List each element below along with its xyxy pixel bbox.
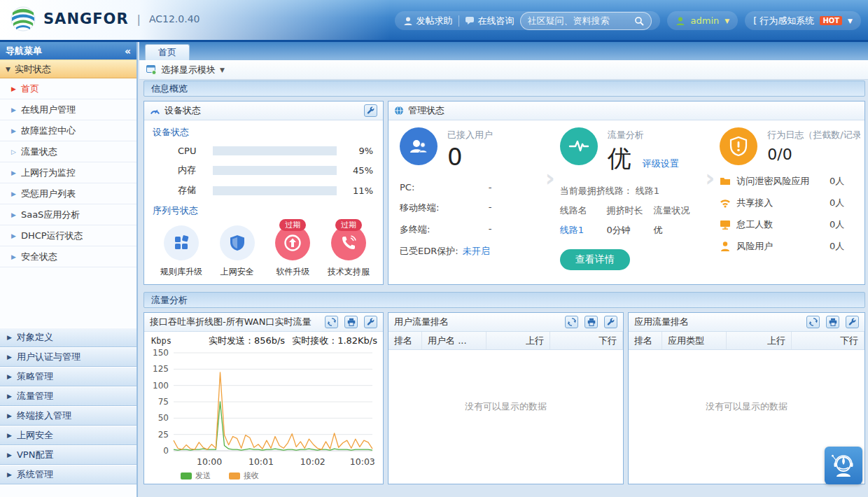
user-traffic-rank-panel: 用户流量排名 排名 用户名 ... 上行 下行 没有可以显示的数据 xyxy=(388,312,624,484)
module-select-button[interactable]: 选择显示模块 xyxy=(161,64,216,76)
user-rank-title: 用户流量排名 xyxy=(394,316,559,328)
serial-software-upgrade[interactable]: 过期 软件升级 xyxy=(265,225,320,278)
mgmt-status-panel: 管理状态 已接入用户 0 xyxy=(388,101,865,285)
view-details-button[interactable]: 查看详情 xyxy=(560,249,630,270)
settings-wrench-button[interactable] xyxy=(364,104,377,117)
behavior-log-label: 行为日志（拦截数/记录数 xyxy=(767,129,860,141)
sidebar-section-policy[interactable]: ▶策略管理 xyxy=(0,367,136,386)
leak-risk-app-row: 访问泄密风险应用 0人 xyxy=(720,175,860,188)
settings-wrench-button[interactable] xyxy=(604,316,617,328)
sidebar-item-dhcp-status[interactable]: ▶DHCP运行状态 xyxy=(0,225,136,246)
chat-icon xyxy=(465,16,475,25)
sidebar-section-vpn-config[interactable]: ▶VPN配置 xyxy=(0,445,136,465)
search-input[interactable] xyxy=(528,15,630,26)
chevron-right-icon: ▶ xyxy=(7,471,12,478)
line1-link[interactable]: 线路1 xyxy=(560,225,584,235)
system-entry-label: [ 行为感知系统 xyxy=(753,15,814,27)
sidebar-item-traffic-status[interactable]: ▷流量状态 xyxy=(0,141,136,162)
sidebar-section-traffic-mgmt[interactable]: ▶流量管理 xyxy=(0,386,136,406)
sidebar-item-security-status[interactable]: ▶安全状态 xyxy=(0,246,136,267)
sidebar-item-saas-analysis[interactable]: ▶SaaS应用分析 xyxy=(0,204,136,225)
post-help-button[interactable]: 发帖求助 xyxy=(403,15,453,27)
chevron-right-icon: ▶ xyxy=(11,106,16,113)
rating-settings-link[interactable]: 评级设置 xyxy=(643,158,679,170)
chart-legend: 发送 接收 xyxy=(144,470,383,481)
sidebar-section-system-mgmt[interactable]: ▶系统管理 xyxy=(0,465,136,484)
chevron-right-icon: ▶ xyxy=(11,211,16,218)
sidebar-collapse-button[interactable]: « xyxy=(125,46,131,57)
gauge-icon xyxy=(150,106,160,115)
realtime-recv-stat: 实时接收：1.82Kb/s xyxy=(292,335,377,347)
monitor-icon xyxy=(720,219,731,230)
edr-not-enabled-link[interactable]: 未开启 xyxy=(463,245,490,258)
wifi-icon xyxy=(720,197,731,209)
top-header: SANGFOR | AC12.0.40 发帖求助 在线咨询 admin ▼ xyxy=(0,0,868,42)
sidebar-section-user-auth[interactable]: ▶用户认证与管理 xyxy=(0,347,136,367)
users-icon xyxy=(400,127,438,165)
chevron-right-icon: ▶ xyxy=(11,85,16,92)
legend-recv: 接收 xyxy=(229,470,259,481)
module-toolbar: 选择显示模块 ▼ xyxy=(139,61,868,80)
chevron-right-icon: ▶ xyxy=(7,354,12,360)
traffic-analysis-label: 流量分析 xyxy=(608,129,679,141)
search-icon[interactable] xyxy=(634,16,644,26)
product-version: AC12.0.40 xyxy=(149,13,200,24)
serial-rule-upgrade[interactable]: 规则库升级 xyxy=(154,225,209,278)
blocks-icon xyxy=(164,225,199,260)
section-overview-bar: 信息概览 xyxy=(144,80,865,97)
svg-text:10:01: 10:01 xyxy=(248,456,274,467)
robot-headset-icon xyxy=(830,451,858,479)
traffic-analysis-block: 流量分析 优 评级设置 当前最拥挤线路： 线路1 线路名 拥 xyxy=(560,127,701,270)
print-button[interactable] xyxy=(344,316,358,328)
sidebar-section-internet-security[interactable]: ▶上网安全 xyxy=(0,426,136,445)
chevron-right-icon: ▶ xyxy=(7,451,12,458)
shared-access-row: 共享接入 0人 xyxy=(720,197,860,209)
svg-text:100: 100 xyxy=(153,381,169,391)
memory-usage-bar: 内存 45% xyxy=(178,164,373,176)
traffic-rating-value: 优 xyxy=(608,143,631,175)
tab-home[interactable]: 首页 xyxy=(145,44,190,60)
settings-wrench-button[interactable] xyxy=(846,316,859,328)
chevron-right-icon: ▶ xyxy=(7,432,12,439)
sidebar-section-endpoint-access[interactable]: ▶终端接入管理 xyxy=(0,406,136,426)
sidebar-item-punished-users[interactable]: ▶受惩用户列表 xyxy=(0,183,136,204)
sidebar-item-fault-monitor[interactable]: ▶故障监控中心 xyxy=(0,120,136,141)
section-traffic-bar: 流量分析 xyxy=(144,292,865,308)
refresh-button[interactable] xyxy=(565,316,578,328)
user-menu[interactable]: admin ▼ xyxy=(667,11,738,30)
serial-status-title: 序列号状态 xyxy=(153,204,383,217)
module-select-icon xyxy=(146,65,157,75)
print-button[interactable] xyxy=(826,316,839,328)
serial-tech-support[interactable]: 过期 技术支持服 xyxy=(321,225,376,278)
sangfor-logo-icon xyxy=(10,6,36,32)
system-switcher[interactable]: [ 行为感知系统 HOT ▼ xyxy=(745,11,861,30)
expired-badge: 过期 xyxy=(279,219,306,231)
sidebar-title-bar: 导航菜单 « xyxy=(0,42,136,59)
sidebar-item-home[interactable]: ▶首页 xyxy=(0,78,136,99)
refresh-button[interactable] xyxy=(325,316,338,328)
chevron-down-icon: ▼ xyxy=(6,66,10,73)
serial-internet-security[interactable]: 上网安全 xyxy=(210,225,265,278)
sidebar-section-object-define[interactable]: ▶对象定义 xyxy=(0,328,136,347)
chevron-right-icon: ▶ xyxy=(11,190,16,197)
section-traffic-title: 流量分析 xyxy=(151,294,188,307)
tab-strip: 首页 xyxy=(139,42,868,61)
svg-text:75: 75 xyxy=(158,397,169,407)
legend-swatch-recv xyxy=(229,472,240,479)
sidebar-section-realtime[interactable]: ▼ 实时状态 xyxy=(0,59,136,78)
chevron-down-icon: ▼ xyxy=(724,18,729,24)
print-button[interactable] xyxy=(584,316,598,328)
realtime-send-stat: 实时发送：856b/s xyxy=(209,335,285,347)
expired-badge: 过期 xyxy=(335,219,362,231)
online-consult-button[interactable]: 在线咨询 xyxy=(465,15,514,27)
customer-service-mascot-button[interactable] xyxy=(825,447,862,484)
sidebar-item-online-users[interactable]: ▶在线用户管理 xyxy=(0,99,136,120)
chevron-right-icon: ▷ xyxy=(11,148,16,155)
legend-swatch-send xyxy=(181,472,192,479)
device-sub-title: 设备状态 xyxy=(153,126,383,139)
svg-text:150: 150 xyxy=(153,348,169,358)
settings-wrench-button[interactable] xyxy=(364,316,377,328)
chevron-separator-icon: › xyxy=(540,127,560,270)
refresh-button[interactable] xyxy=(806,316,820,328)
sidebar-item-behavior-monitor[interactable]: ▶上网行为监控 xyxy=(0,162,136,183)
